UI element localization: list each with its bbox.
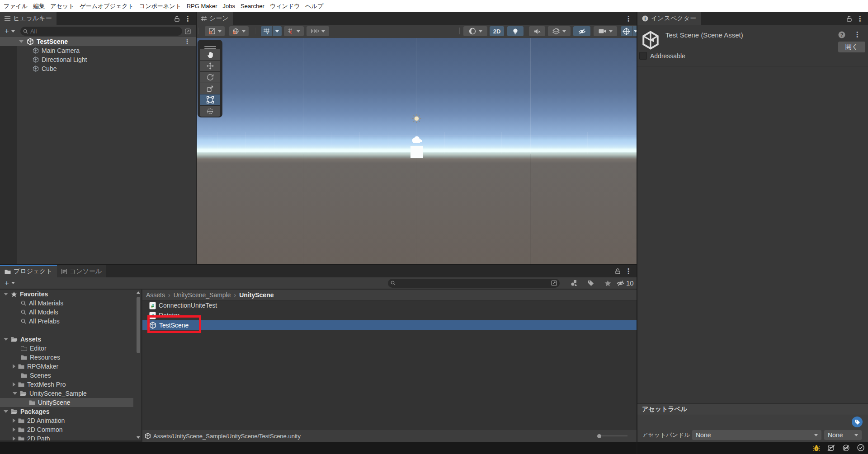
tool-pivot-globe-button[interactable] bbox=[229, 26, 249, 36]
project-menu-icon[interactable]: ⋮ bbox=[625, 267, 632, 276]
grid-visibility-button[interactable]: Y bbox=[261, 26, 272, 36]
open-button[interactable]: 開く bbox=[838, 42, 865, 52]
tree-packages[interactable]: Packages bbox=[0, 407, 135, 416]
effects-toggle-button[interactable] bbox=[548, 26, 571, 36]
inspector-menu-icon[interactable]: ⋮ bbox=[856, 14, 863, 23]
tree-2d-path[interactable]: 2D Path bbox=[0, 434, 135, 440]
tree-editor[interactable]: Editor bbox=[0, 344, 135, 353]
snap-settings-button[interactable] bbox=[307, 26, 329, 36]
asset-bundle-variant-dropdown[interactable]: None bbox=[824, 430, 862, 440]
tab-scene[interactable]: シーン bbox=[197, 12, 233, 25]
menu-assets[interactable]: アセット bbox=[47, 0, 77, 12]
scale-tool-button[interactable] bbox=[200, 83, 220, 94]
breadcrumb-unityscene-sample[interactable]: UnityScene_Sample bbox=[174, 291, 231, 299]
transform-tool-button[interactable] bbox=[200, 106, 220, 117]
cache-server-icon[interactable] bbox=[827, 445, 835, 451]
file-testscene[interactable]: TestScene bbox=[142, 320, 637, 330]
asset-labels-header[interactable]: アセットラベル bbox=[637, 403, 868, 415]
tree-textmeshpro[interactable]: TextMesh Pro bbox=[0, 380, 135, 389]
rect-tool-button[interactable] bbox=[200, 94, 220, 105]
menu-jobs[interactable]: Jobs bbox=[220, 0, 238, 12]
project-lock-icon[interactable] bbox=[615, 268, 620, 274]
tree-all-materials[interactable]: All Materials bbox=[0, 299, 135, 308]
help-icon[interactable]: ? bbox=[838, 31, 845, 38]
grid-visibility-dropdown[interactable] bbox=[273, 26, 282, 36]
rotate-tool-button[interactable] bbox=[200, 72, 220, 83]
tree-rpgmaker[interactable]: RPGMaker bbox=[0, 362, 135, 371]
menu-searcher[interactable]: Searcher bbox=[238, 0, 267, 12]
snap-increment-button[interactable] bbox=[284, 26, 304, 36]
menu-gameobject[interactable]: ゲームオブジェクト bbox=[77, 0, 136, 12]
hierarchy-row-cube[interactable]: Cube bbox=[0, 64, 196, 73]
hierarchy-add-button[interactable]: + bbox=[5, 27, 9, 36]
breadcrumb-assets[interactable]: Assets bbox=[146, 291, 165, 299]
tree-all-models[interactable]: All Models bbox=[0, 308, 135, 317]
scene-menu-icon[interactable]: ⋮ bbox=[625, 14, 632, 23]
tree-resources[interactable]: Resources bbox=[0, 353, 135, 362]
asset-bundle-dropdown[interactable]: None bbox=[692, 430, 821, 440]
file-rotator[interactable]: # Rotator bbox=[142, 310, 637, 320]
hierarchy-row-directional-light[interactable]: Directional Light bbox=[0, 55, 196, 64]
tree-2d-common[interactable]: 2D Common bbox=[0, 425, 135, 434]
menu-component[interactable]: コンポーネント bbox=[137, 0, 184, 12]
directional-light-gizmo-icon[interactable] bbox=[412, 114, 421, 123]
hierarchy-search-input[interactable]: All bbox=[20, 27, 182, 36]
tab-project[interactable]: プロジェクト bbox=[0, 265, 57, 278]
tree-scrollbar[interactable] bbox=[135, 290, 141, 440]
label-filter-icon[interactable] bbox=[588, 280, 594, 286]
favorites-filter-icon[interactable] bbox=[604, 280, 611, 286]
progress-check-icon[interactable] bbox=[857, 444, 864, 451]
testscene-expander-icon[interactable] bbox=[19, 40, 24, 43]
hierarchy-external-search-icon[interactable] bbox=[185, 28, 191, 34]
tree-favorites[interactable]: Favorites bbox=[0, 290, 135, 299]
scene-cube-object[interactable] bbox=[410, 146, 423, 158]
hand-tool-button[interactable] bbox=[200, 49, 220, 60]
menu-edit[interactable]: 編集 bbox=[30, 0, 47, 12]
tab-hierarchy[interactable]: ヒエラルキー bbox=[0, 12, 57, 25]
tree-all-prefabs[interactable]: All Prefabs bbox=[0, 317, 135, 326]
camera-settings-button[interactable] bbox=[594, 26, 617, 36]
asset-store-filter-icon[interactable] bbox=[571, 280, 579, 286]
hierarchy-add-dropdown-icon[interactable] bbox=[11, 30, 15, 33]
file-connectionunitetest[interactable]: # ConnectionUniteTest bbox=[142, 300, 637, 310]
gizmos-toggle-button[interactable] bbox=[621, 26, 632, 36]
testscene-options-icon[interactable]: ⋮ bbox=[184, 38, 190, 45]
inspector-lock-icon[interactable] bbox=[847, 16, 852, 22]
zoom-slider[interactable] bbox=[597, 434, 627, 438]
hierarchy-menu-icon[interactable]: ⋮ bbox=[184, 14, 191, 23]
project-search-input[interactable] bbox=[388, 279, 560, 288]
palette-handle[interactable] bbox=[204, 46, 216, 47]
tree-2d-animation[interactable]: 2D Animation bbox=[0, 416, 135, 425]
project-add-dropdown-icon[interactable] bbox=[11, 282, 15, 284]
add-label-button[interactable] bbox=[852, 417, 863, 427]
menu-help[interactable]: ヘルプ bbox=[302, 0, 326, 12]
tab-inspector[interactable]: i インスペクター bbox=[637, 12, 701, 25]
menu-file[interactable]: ファイル bbox=[1, 0, 30, 12]
scene-viewport[interactable] bbox=[197, 38, 637, 264]
hierarchy-row-testscene[interactable]: TestScene ⋮ bbox=[0, 37, 196, 46]
hierarchy-row-main-camera[interactable]: Main Camera bbox=[0, 46, 196, 55]
camera-gizmo-icon[interactable] bbox=[411, 136, 423, 144]
collab-hidden-icon[interactable] bbox=[842, 445, 850, 451]
tree-scenes[interactable]: Scenes bbox=[0, 371, 135, 380]
hidden-count[interactable]: 10 bbox=[616, 279, 634, 287]
lighting-toggle-button[interactable] bbox=[507, 26, 524, 36]
audio-toggle-button[interactable] bbox=[529, 26, 545, 36]
shading-mode-button[interactable] bbox=[463, 26, 487, 36]
tool-settings-button[interactable] bbox=[205, 26, 225, 36]
menu-window[interactable]: ウィンドウ bbox=[267, 0, 303, 12]
addressable-checkbox[interactable] bbox=[639, 52, 647, 60]
breadcrumb-unityscene[interactable]: UnityScene bbox=[239, 291, 274, 299]
tree-assets[interactable]: Assets bbox=[0, 335, 135, 344]
menu-rpgmaker[interactable]: RPG Maker bbox=[184, 0, 220, 12]
hierarchy-lock-icon[interactable] bbox=[175, 16, 179, 22]
2d-toggle-button[interactable]: 2D bbox=[490, 26, 504, 36]
tab-console[interactable]: コンソール bbox=[57, 265, 106, 278]
debugger-bug-icon[interactable]: ! bbox=[813, 445, 820, 451]
tree-unityscene-sample[interactable]: UnityScene_Sample bbox=[0, 389, 135, 398]
tree-unityscene[interactable]: UnityScene bbox=[0, 398, 133, 407]
move-tool-button[interactable] bbox=[200, 61, 220, 71]
search-in-icon[interactable] bbox=[551, 280, 557, 286]
visibility-toggle-button[interactable] bbox=[573, 26, 590, 36]
project-add-button[interactable]: + bbox=[5, 279, 9, 288]
